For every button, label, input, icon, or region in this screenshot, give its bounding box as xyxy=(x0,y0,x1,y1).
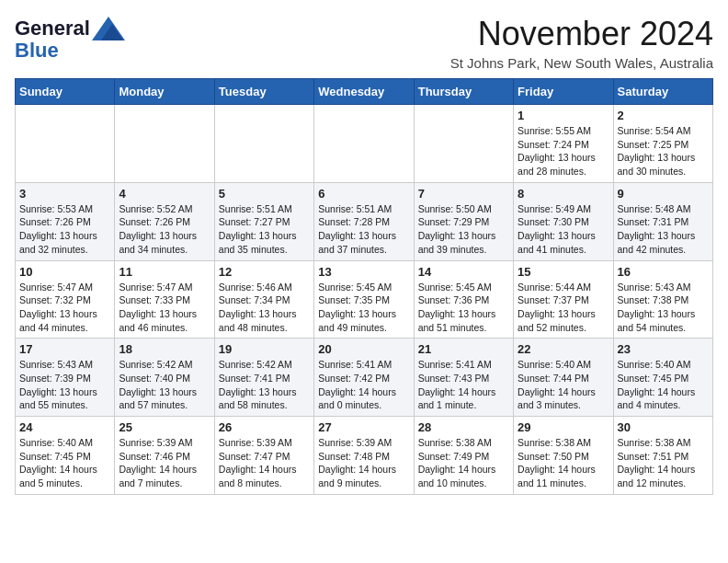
col-saturday: Saturday xyxy=(613,79,712,105)
day-number: 24 xyxy=(19,420,110,434)
col-wednesday: Wednesday xyxy=(314,79,414,105)
table-row: 18Sunrise: 5:42 AMSunset: 7:40 PMDayligh… xyxy=(115,339,214,417)
calendar-week-row: 1Sunrise: 5:55 AMSunset: 7:24 PMDaylight… xyxy=(16,105,713,183)
day-info: Sunrise: 5:40 AMSunset: 7:44 PMDaylight:… xyxy=(518,358,609,412)
calendar-week-row: 17Sunrise: 5:43 AMSunset: 7:39 PMDayligh… xyxy=(16,339,713,417)
day-info: Sunrise: 5:46 AMSunset: 7:34 PMDaylight:… xyxy=(219,281,310,335)
day-number: 18 xyxy=(119,342,210,356)
day-info: Sunrise: 5:41 AMSunset: 7:43 PMDaylight:… xyxy=(418,358,509,412)
day-number: 26 xyxy=(219,420,310,434)
day-number: 1 xyxy=(518,109,609,122)
table-row: 29Sunrise: 5:38 AMSunset: 7:50 PMDayligh… xyxy=(514,417,613,495)
day-info: Sunrise: 5:52 AMSunset: 7:26 PMDaylight:… xyxy=(119,202,210,257)
table-row: 3Sunrise: 5:53 AMSunset: 7:26 PMDaylight… xyxy=(16,182,115,260)
table-row: 25Sunrise: 5:39 AMSunset: 7:46 PMDayligh… xyxy=(115,417,214,495)
day-number: 14 xyxy=(418,265,509,279)
day-number: 13 xyxy=(318,265,409,279)
day-number: 2 xyxy=(618,109,709,122)
day-number: 6 xyxy=(318,187,409,201)
calendar-week-row: 3Sunrise: 5:53 AMSunset: 7:26 PMDaylight… xyxy=(16,182,713,260)
day-number: 11 xyxy=(119,265,210,279)
day-number: 22 xyxy=(518,342,609,356)
day-info: Sunrise: 5:47 AMSunset: 7:33 PMDaylight:… xyxy=(119,281,210,335)
table-row: 11Sunrise: 5:47 AMSunset: 7:33 PMDayligh… xyxy=(115,260,214,339)
calendar-table: Sunday Monday Tuesday Wednesday Thursday… xyxy=(15,78,713,495)
day-info: Sunrise: 5:38 AMSunset: 7:49 PMDaylight:… xyxy=(418,436,509,490)
day-number: 10 xyxy=(19,265,110,279)
day-info: Sunrise: 5:48 AMSunset: 7:31 PMDaylight:… xyxy=(618,202,709,257)
table-row xyxy=(414,105,513,183)
calendar-week-row: 10Sunrise: 5:47 AMSunset: 7:32 PMDayligh… xyxy=(16,260,713,339)
day-number: 20 xyxy=(318,342,409,356)
day-info: Sunrise: 5:51 AMSunset: 7:27 PMDaylight:… xyxy=(219,202,310,257)
header: General Blue November 2024 St Johns Park… xyxy=(15,15,713,71)
col-friday: Friday xyxy=(514,79,613,105)
table-row: 4Sunrise: 5:52 AMSunset: 7:26 PMDaylight… xyxy=(115,182,214,260)
day-info: Sunrise: 5:51 AMSunset: 7:28 PMDaylight:… xyxy=(318,202,409,257)
table-row: 19Sunrise: 5:42 AMSunset: 7:41 PMDayligh… xyxy=(214,339,313,417)
month-title: November 2024 xyxy=(450,15,713,53)
title-area: November 2024 St Johns Park, New South W… xyxy=(450,15,713,71)
day-info: Sunrise: 5:45 AMSunset: 7:36 PMDaylight:… xyxy=(418,281,509,335)
logo-general: General xyxy=(15,17,90,40)
day-info: Sunrise: 5:39 AMSunset: 7:48 PMDaylight:… xyxy=(318,436,409,490)
table-row: 12Sunrise: 5:46 AMSunset: 7:34 PMDayligh… xyxy=(214,260,313,339)
table-row: 23Sunrise: 5:40 AMSunset: 7:45 PMDayligh… xyxy=(613,339,712,417)
table-row: 7Sunrise: 5:50 AMSunset: 7:29 PMDaylight… xyxy=(414,182,513,260)
day-number: 21 xyxy=(418,342,509,356)
table-row: 27Sunrise: 5:39 AMSunset: 7:48 PMDayligh… xyxy=(314,417,414,495)
col-monday: Monday xyxy=(115,79,214,105)
table-row: 14Sunrise: 5:45 AMSunset: 7:36 PMDayligh… xyxy=(414,260,513,339)
day-info: Sunrise: 5:53 AMSunset: 7:26 PMDaylight:… xyxy=(19,202,110,257)
table-row: 6Sunrise: 5:51 AMSunset: 7:28 PMDaylight… xyxy=(314,182,414,260)
day-number: 4 xyxy=(119,187,210,201)
day-number: 28 xyxy=(418,420,509,434)
day-info: Sunrise: 5:39 AMSunset: 7:46 PMDaylight:… xyxy=(119,436,210,490)
day-info: Sunrise: 5:50 AMSunset: 7:29 PMDaylight:… xyxy=(418,202,509,257)
table-row: 13Sunrise: 5:45 AMSunset: 7:35 PMDayligh… xyxy=(314,260,414,339)
col-sunday: Sunday xyxy=(16,79,115,105)
day-number: 30 xyxy=(618,420,709,434)
col-tuesday: Tuesday xyxy=(214,79,313,105)
calendar-header-row: Sunday Monday Tuesday Wednesday Thursday… xyxy=(16,79,713,105)
table-row: 8Sunrise: 5:49 AMSunset: 7:30 PMDaylight… xyxy=(514,182,613,260)
day-info: Sunrise: 5:42 AMSunset: 7:40 PMDaylight:… xyxy=(119,358,210,412)
day-number: 12 xyxy=(219,265,310,279)
day-number: 15 xyxy=(518,265,609,279)
day-info: Sunrise: 5:49 AMSunset: 7:30 PMDaylight:… xyxy=(518,202,609,257)
day-info: Sunrise: 5:42 AMSunset: 7:41 PMDaylight:… xyxy=(219,358,310,412)
table-row: 26Sunrise: 5:39 AMSunset: 7:47 PMDayligh… xyxy=(214,417,313,495)
day-info: Sunrise: 5:38 AMSunset: 7:50 PMDaylight:… xyxy=(518,436,609,490)
table-row: 15Sunrise: 5:44 AMSunset: 7:37 PMDayligh… xyxy=(514,260,613,339)
day-number: 8 xyxy=(518,187,609,201)
logo-icon xyxy=(92,15,125,42)
day-number: 17 xyxy=(19,342,110,356)
day-number: 5 xyxy=(219,187,310,201)
day-number: 16 xyxy=(618,265,709,279)
calendar-week-row: 24Sunrise: 5:40 AMSunset: 7:45 PMDayligh… xyxy=(16,417,713,495)
day-info: Sunrise: 5:38 AMSunset: 7:51 PMDaylight:… xyxy=(618,436,709,490)
day-info: Sunrise: 5:43 AMSunset: 7:38 PMDaylight:… xyxy=(618,281,709,335)
table-row xyxy=(314,105,414,183)
logo-blue: Blue xyxy=(15,39,59,63)
table-row xyxy=(16,105,115,183)
day-info: Sunrise: 5:41 AMSunset: 7:42 PMDaylight:… xyxy=(318,358,409,412)
day-info: Sunrise: 5:43 AMSunset: 7:39 PMDaylight:… xyxy=(19,358,110,412)
table-row xyxy=(115,105,214,183)
table-row: 10Sunrise: 5:47 AMSunset: 7:32 PMDayligh… xyxy=(16,260,115,339)
day-info: Sunrise: 5:47 AMSunset: 7:32 PMDaylight:… xyxy=(19,281,110,335)
table-row: 22Sunrise: 5:40 AMSunset: 7:44 PMDayligh… xyxy=(514,339,613,417)
day-info: Sunrise: 5:40 AMSunset: 7:45 PMDaylight:… xyxy=(618,358,709,412)
table-row: 30Sunrise: 5:38 AMSunset: 7:51 PMDayligh… xyxy=(613,417,712,495)
table-row: 2Sunrise: 5:54 AMSunset: 7:25 PMDaylight… xyxy=(613,105,712,183)
day-number: 9 xyxy=(618,187,709,201)
table-row: 24Sunrise: 5:40 AMSunset: 7:45 PMDayligh… xyxy=(16,417,115,495)
table-row: 17Sunrise: 5:43 AMSunset: 7:39 PMDayligh… xyxy=(16,339,115,417)
table-row: 21Sunrise: 5:41 AMSunset: 7:43 PMDayligh… xyxy=(414,339,513,417)
table-row: 16Sunrise: 5:43 AMSunset: 7:38 PMDayligh… xyxy=(613,260,712,339)
table-row xyxy=(214,105,313,183)
day-info: Sunrise: 5:54 AMSunset: 7:25 PMDaylight:… xyxy=(618,124,709,178)
day-number: 29 xyxy=(518,420,609,434)
day-info: Sunrise: 5:40 AMSunset: 7:45 PMDaylight:… xyxy=(19,436,110,490)
location-title: St Johns Park, New South Wales, Australi… xyxy=(450,55,713,71)
